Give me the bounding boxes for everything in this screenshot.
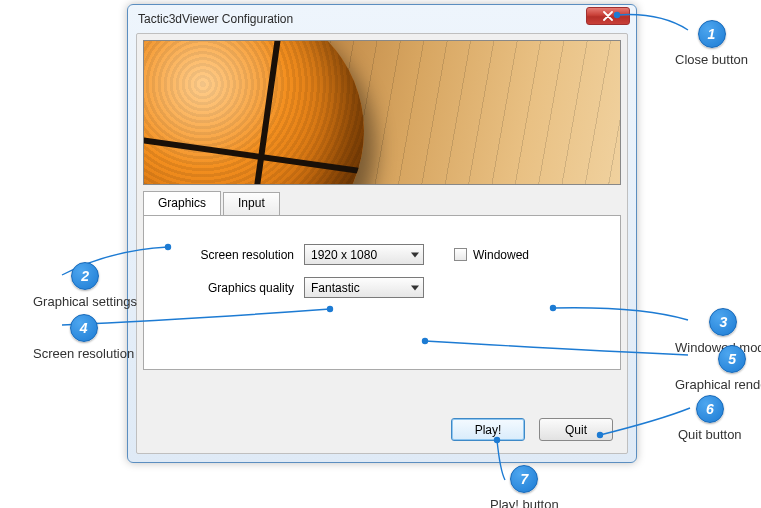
callout-6: 6 Quit button (678, 395, 742, 442)
row-resolution: Screen resolution 1920 x 1080 Windowed (164, 244, 600, 265)
play-button-label: Play! (475, 423, 502, 437)
callout-5: 5 Graphical rendering (675, 345, 761, 392)
callout-text: Graphical rendering (675, 377, 761, 392)
quit-button[interactable]: Quit (539, 418, 613, 441)
tab-panel-graphics: Screen resolution 1920 x 1080 Windowed G… (143, 215, 621, 370)
play-button[interactable]: Play! (451, 418, 525, 441)
client-area: Graphics Input Screen resolution 1920 x … (136, 33, 628, 454)
callout-badge: 3 (709, 308, 737, 336)
tab-container: Graphics Input Screen resolution 1920 x … (143, 191, 621, 370)
callout-text: Windowed mode (675, 340, 761, 355)
combo-resolution-value: 1920 x 1080 (311, 248, 377, 262)
label-windowed: Windowed (473, 248, 529, 262)
close-button[interactable] (586, 7, 630, 25)
chevron-down-icon (411, 252, 419, 257)
callout-text: Close button (675, 52, 748, 67)
row-windowed: Windowed (454, 248, 529, 262)
combo-resolution[interactable]: 1920 x 1080 (304, 244, 424, 265)
titlebar: Tactic3dViewer Configuration (128, 5, 636, 33)
tab-label: Input (238, 196, 265, 210)
row-quality: Graphics quality Fantastic (164, 277, 600, 298)
tab-input[interactable]: Input (223, 192, 280, 216)
callout-badge: 1 (698, 20, 726, 48)
callout-badge: 7 (510, 465, 538, 493)
callout-text: Play! button (490, 497, 559, 508)
combo-quality[interactable]: Fantastic (304, 277, 424, 298)
tab-label: Graphics (158, 196, 206, 210)
combo-quality-value: Fantastic (311, 281, 360, 295)
chevron-down-icon (411, 285, 419, 290)
label-quality: Graphics quality (164, 281, 304, 295)
callout-text: Screen resolution (33, 346, 134, 361)
tab-row: Graphics Input (143, 191, 621, 215)
callout-3: 3 Windowed mode (675, 308, 761, 355)
tab-graphics[interactable]: Graphics (143, 191, 221, 215)
quit-button-label: Quit (565, 423, 587, 437)
checkbox-windowed[interactable] (454, 248, 467, 261)
config-window: Tactic3dViewer Configuration Graphics In… (127, 4, 637, 463)
banner-image (143, 40, 621, 185)
button-bar: Play! Quit (451, 418, 613, 441)
basketball-icon (143, 40, 364, 185)
ball-seam (143, 40, 364, 185)
callout-badge: 5 (718, 345, 746, 373)
label-resolution: Screen resolution (164, 248, 304, 262)
callout-4: 4 Screen resolution (33, 314, 134, 361)
callout-badge: 4 (70, 314, 98, 342)
callout-2: 2 Graphical settings (33, 262, 137, 309)
callout-text: Quit button (678, 427, 742, 442)
close-icon (603, 11, 613, 21)
callout-badge: 2 (71, 262, 99, 290)
callout-7: 7 Play! button (490, 465, 559, 508)
window-title: Tactic3dViewer Configuration (138, 12, 293, 26)
callout-text: Graphical settings (33, 294, 137, 309)
callout-1: 1 Close button (675, 20, 748, 67)
callout-badge: 6 (696, 395, 724, 423)
